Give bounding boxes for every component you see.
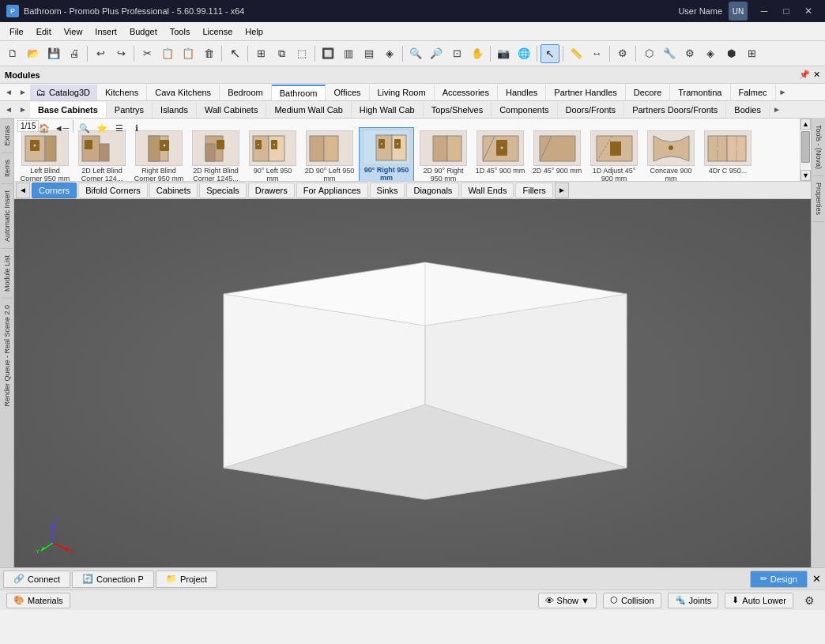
tb-plan[interactable]: ▥ <box>339 44 358 63</box>
catalog-item-11[interactable]: Concave 900 mm <box>643 129 699 182</box>
tb-more1[interactable]: ⬡ <box>639 44 658 63</box>
catalog-list[interactable]: ☰ <box>111 120 127 136</box>
scroll-up[interactable]: ▲ <box>801 119 811 130</box>
tab-conection-p[interactable]: 🔄 Conection P <box>72 571 154 588</box>
menu-help[interactable]: Help <box>239 23 269 40</box>
catalog-item-12[interactable]: 4Dr C 950... <box>700 129 755 182</box>
tb-undo[interactable]: ↩ <box>91 44 110 63</box>
tb-camera[interactable]: 📷 <box>494 44 513 63</box>
catalog-home[interactable]: 🏠 <box>36 120 52 136</box>
tab2-high-wall-cab[interactable]: High Wall Cab <box>352 102 424 118</box>
catalog-item-10[interactable]: 1D Adjust 45° 900 mm <box>586 129 642 182</box>
catalog-item-0[interactable]: Left Blind Corner 950 mm <box>17 129 73 182</box>
tb-measure[interactable]: 📏 <box>567 44 586 63</box>
tab-catalog3d[interactable]: 🗂 Catalog3D <box>30 85 97 100</box>
tb-select[interactable]: ↖ <box>225 44 244 63</box>
tab2-bodies[interactable]: Bodies <box>726 102 770 118</box>
catalog-item-6[interactable]: 90° Right 950 mm <box>359 127 414 182</box>
subcat-appliances[interactable]: For Appliances <box>296 183 368 198</box>
tb-delete[interactable]: 🗑 <box>199 44 218 63</box>
subcat-nav-prev[interactable]: ◄ <box>16 183 30 198</box>
tb-dimension[interactable]: ↔ <box>587 44 606 63</box>
tb-grid[interactable]: ⬚ <box>292 44 311 63</box>
modules-close[interactable]: ✕ <box>813 70 820 80</box>
tb-zoom-out[interactable]: 🔎 <box>427 44 446 63</box>
tb-2d3d[interactable]: 🔲 <box>318 44 337 63</box>
menu-edit[interactable]: Edit <box>30 23 58 40</box>
catalog-scrollbar[interactable]: ▲ ▼ <box>800 119 811 181</box>
tb-snap-obj[interactable]: ⧉ <box>272 44 291 63</box>
tab-bathroom[interactable]: Bathroom <box>272 85 326 100</box>
show-button[interactable]: 👁 Show ▼ <box>538 593 597 608</box>
right-tab-tools[interactable]: Tools - (Nova) <box>813 119 824 176</box>
catalog-search[interactable]: 🔍 <box>77 120 92 136</box>
catalog-item-3[interactable]: 2D Right Blind Corner 1245... <box>188 129 243 182</box>
tab-kitchens[interactable]: Kitchens <box>97 85 147 100</box>
subcat-fillers[interactable]: Fillers <box>515 183 552 198</box>
tab2-wall-cabinets[interactable]: Wall Cabinets <box>197 102 266 118</box>
catalog-item-4[interactable]: 90° Left 950 mm <box>245 129 300 182</box>
menu-license[interactable]: License <box>196 23 239 40</box>
auto-lower-button[interactable]: ⬇ Auto Lower <box>725 593 793 608</box>
tab-decore[interactable]: Decore <box>626 85 670 100</box>
maximize-button[interactable]: □ <box>776 3 797 19</box>
cat-nav-left[interactable]: ◄ <box>2 85 16 100</box>
tb-print[interactable]: 🖨 <box>65 44 84 63</box>
tb-more4[interactable]: ◈ <box>701 44 720 63</box>
cat-nav-right[interactable]: ► <box>16 85 30 100</box>
tab-living-room[interactable]: Living Room <box>370 85 435 100</box>
scroll-track[interactable] <box>801 130 811 170</box>
tb-zoom-in[interactable]: 🔍 <box>406 44 425 63</box>
menu-budget[interactable]: Budget <box>123 23 164 40</box>
tb-settings[interactable]: ⚙ <box>613 44 632 63</box>
close-button[interactable]: ✕ <box>798 3 819 19</box>
subcat-drawers[interactable]: Drawers <box>248 183 295 198</box>
tab-tramontina[interactable]: Tramontina <box>670 85 730 100</box>
tab-handles[interactable]: Handles <box>498 85 546 100</box>
menu-tools[interactable]: Tools <box>164 23 197 40</box>
tab-cava-kitchens[interactable]: Cava Kitchens <box>147 85 220 100</box>
bottom-close[interactable]: ✕ <box>811 574 822 585</box>
catalog-item-9[interactable]: 2D 45° 900 mm <box>529 129 585 182</box>
catalog-fav[interactable]: ⭐ <box>94 120 110 136</box>
tb-copy[interactable]: 📋 <box>158 44 177 63</box>
tb-more5[interactable]: ⬢ <box>721 44 740 63</box>
subcat-sinks[interactable]: Sinks <box>370 183 405 198</box>
tb-redo[interactable]: ↪ <box>111 44 130 63</box>
tab2-tops-shelves[interactable]: Tops/Shelves <box>424 102 492 118</box>
tb-paste[interactable]: 📋 <box>179 44 198 63</box>
tab-falmec[interactable]: Falmec <box>731 85 776 100</box>
tab-connect[interactable]: 🔗 Connect <box>3 571 70 588</box>
tb-render[interactable]: 🌐 <box>514 44 533 63</box>
sidebar-extras[interactable]: Extras <box>2 119 13 153</box>
tab2-doors-fronts[interactable]: Doors/Fronts <box>558 102 625 118</box>
catalog-item-1[interactable]: 2D Left Blind Corner 124... <box>74 129 130 182</box>
minimize-button[interactable]: ─ <box>754 3 774 19</box>
tb-elev[interactable]: ▤ <box>360 44 379 63</box>
catalog-item-8[interactable]: 1D 45° 900 mm <box>473 129 528 182</box>
catalog-left[interactable]: ◄─ <box>54 120 70 136</box>
tab2-islands[interactable]: Islands <box>153 102 197 118</box>
tab-bedroom[interactable]: Bedroom <box>220 85 272 100</box>
tab2-components[interactable]: Components <box>492 102 557 118</box>
tb-new[interactable]: 🗋 <box>3 44 22 63</box>
scroll-thumb[interactable] <box>801 131 810 163</box>
materials-button[interactable]: 🎨 Materials <box>6 593 70 608</box>
tb-more3[interactable]: ⚙ <box>680 44 699 63</box>
tb-snap-grid[interactable]: ⊞ <box>251 44 270 63</box>
viewport[interactable]: X Y Z <box>14 199 811 567</box>
tab2-medium-wall-cab[interactable]: Medium Wall Cab <box>266 102 351 118</box>
sidebar-module-list[interactable]: Module List <box>2 248 13 298</box>
tab-partner-handles[interactable]: Partner Handles <box>546 85 626 100</box>
tb-open[interactable]: 📂 <box>24 44 43 63</box>
tb-pan[interactable]: ✋ <box>468 44 487 63</box>
menu-file[interactable]: File <box>3 23 30 40</box>
tb-zoom-fit[interactable]: ⊡ <box>447 44 466 63</box>
joints-button[interactable]: 🔩 Joints <box>668 593 719 608</box>
subcat-diagonals[interactable]: Diagonals <box>406 183 459 198</box>
subcat-cabinets[interactable]: Cabinets <box>149 183 198 198</box>
tb-save[interactable]: 💾 <box>44 44 63 63</box>
menu-insert[interactable]: Insert <box>89 23 123 40</box>
catalog-item-5[interactable]: 2D 90° Left 950 mm <box>302 129 357 182</box>
catalog-item-7[interactable]: 2D 90° Right 950 mm <box>416 129 471 182</box>
